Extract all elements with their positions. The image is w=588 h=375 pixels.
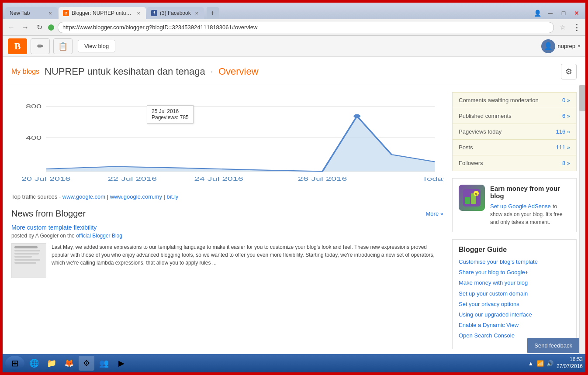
guide-link-domain[interactable]: Set up your custom domain: [459, 290, 570, 298]
guide-link-template[interactable]: Customise your blog's template: [459, 258, 570, 266]
stat-label-followers: Followers: [459, 160, 483, 166]
view-blog-button[interactable]: View blog: [78, 40, 115, 52]
taskbar-clock[interactable]: 16:53 27/07/2016: [557, 356, 583, 370]
stat-label-published-comments: Published comments: [459, 113, 512, 119]
close-button[interactable]: ✕: [571, 9, 583, 17]
stat-value-posts[interactable]: 111 »: [556, 144, 570, 151]
tab-blogger[interactable]: B Blogger: NUPREP untuk k... ✕: [59, 7, 146, 19]
reload-button[interactable]: ↻: [34, 22, 45, 33]
traffic-source-googlemy[interactable]: www.google.com.my: [110, 193, 162, 200]
taskbar-explorer-icon[interactable]: 📁: [44, 356, 59, 371]
volume-icon[interactable]: 🔊: [546, 359, 554, 367]
earn-content: Earn money from your blog Set up Google …: [490, 185, 570, 226]
stat-row-followers: Followers 8 »: [453, 155, 576, 171]
separator: ·: [211, 66, 213, 77]
forward-button[interactable]: →: [20, 22, 31, 33]
tab-facebook-label: (3) Facebook: [160, 10, 191, 16]
tab-facebook[interactable]: f (3) Facebook ✕: [147, 7, 204, 19]
my-blogs-link[interactable]: My blogs: [11, 68, 39, 76]
stat-value-comments-moderation[interactable]: 0 »: [562, 97, 570, 103]
taskbar-media-icon[interactable]: ▶: [114, 356, 129, 371]
taskbar-ie-icon[interactable]: 🌐: [26, 356, 42, 371]
maximize-button[interactable]: □: [557, 9, 570, 17]
ssl-lock-icon: [48, 24, 54, 31]
clock-time: 16:53: [570, 356, 583, 363]
stat-value-pageviews-today[interactable]: 116 »: [556, 128, 570, 135]
stat-label-pageviews-today: Pageviews today: [459, 128, 502, 135]
left-column: 800 400 20 Jul 2016 22 Jul 2016 24 Jul 2…: [11, 92, 443, 347]
guide-link-dynamic-view[interactable]: Enable a Dynamic View: [459, 321, 570, 329]
network-icon[interactable]: 📶: [536, 359, 544, 367]
news-header: News from Blogger More »: [11, 209, 443, 219]
pencil-icon: ✏: [37, 41, 44, 51]
stat-row-pageviews-today: Pageviews today 116 »: [453, 124, 576, 140]
stat-value-followers[interactable]: 8 »: [562, 160, 570, 166]
svg-text:24 Jul 2016: 24 Jul 2016: [194, 176, 243, 182]
main-content: 800 400 20 Jul 2016 22 Jul 2016 24 Jul 2…: [3, 85, 585, 354]
adsense-setup-link[interactable]: Set up Google AdSense: [490, 203, 551, 210]
document-icon: 📋: [58, 41, 68, 51]
svg-text:Today: Today: [422, 176, 443, 182]
stat-row-published-comments: Published comments 6 »: [453, 108, 576, 124]
bookmark-star-icon[interactable]: ☆: [557, 22, 568, 33]
user-name: nuprep: [558, 43, 575, 49]
more-link[interactable]: More »: [426, 210, 443, 217]
scrollbar-track[interactable]: [579, 85, 585, 354]
tab-newtab-label: New Tab: [10, 10, 30, 16]
stats-box: Comments awaiting moderation 0 » Publish…: [452, 92, 577, 171]
windows-logo-icon: ⊞: [11, 358, 19, 368]
new-tab-button[interactable]: +: [207, 7, 219, 19]
tab-facebook-close[interactable]: ✕: [194, 10, 200, 16]
news-item-title[interactable]: More custom template flexibility: [11, 224, 443, 231]
new-post-button[interactable]: ✏: [31, 38, 50, 54]
back-button[interactable]: ←: [6, 22, 17, 33]
news-item-body: Last May, we added some expressions to o…: [11, 243, 443, 278]
traffic-label: Top traffic sources -: [11, 193, 61, 200]
start-button[interactable]: ⊞: [5, 356, 24, 371]
view-posts-button[interactable]: 📋: [53, 38, 73, 54]
stat-row-comments-moderation: Comments awaiting moderation 0 »: [453, 93, 576, 108]
svg-point-6: [353, 114, 360, 118]
svg-marker-5: [46, 116, 435, 172]
guide-title: Blogger Guide: [459, 246, 570, 254]
chrome-menu-button[interactable]: ⋮: [571, 22, 582, 33]
tab-blogger-label: Blogger: NUPREP untuk k...: [72, 10, 133, 16]
address-input[interactable]: [58, 22, 554, 33]
svg-text:26 Jul 2016: 26 Jul 2016: [298, 176, 347, 182]
news-thumbnail: [11, 243, 46, 278]
blogger-favicon: B: [63, 10, 69, 16]
guide-link-privacy[interactable]: Set your privacy options: [459, 300, 570, 308]
taskbar-chrome-icon[interactable]: ⚙: [79, 356, 94, 371]
window-controls: 👤 ─ □ ✕: [531, 9, 583, 19]
taskbar-firefox-icon[interactable]: 🦊: [61, 356, 77, 371]
tab-newtab-close[interactable]: ✕: [47, 10, 53, 16]
clock-date: 27/07/2016: [557, 363, 583, 370]
blogger-blog-link[interactable]: official Blogger Blog: [76, 233, 122, 239]
taskbar-people-icon[interactable]: 👥: [96, 356, 112, 371]
traffic-source-google[interactable]: www.google.com: [62, 193, 105, 200]
tab-blogger-close[interactable]: ✕: [135, 10, 142, 16]
tab-newtab[interactable]: New Tab ✕: [5, 7, 58, 19]
guide-link-googleplus[interactable]: Share your blog to Google+: [459, 268, 570, 276]
scrollbar-thumb[interactable]: [579, 85, 585, 111]
overview-title: Overview: [218, 66, 259, 77]
minimize-button[interactable]: ─: [544, 9, 557, 17]
blogger-home-button[interactable]: B: [8, 38, 27, 54]
stat-value-published-comments[interactable]: 6 »: [562, 113, 570, 119]
guide-link-interface[interactable]: Using our upgraded interface: [459, 311, 570, 319]
send-feedback-button[interactable]: Send feedback: [527, 338, 579, 353]
traffic-source-bitly[interactable]: bit.ly: [167, 193, 179, 200]
guide-link-money[interactable]: Make money with your blog: [459, 279, 570, 287]
address-bar: ← → ↻ ☆ ⋮: [3, 19, 585, 36]
blog-title: NUPREP untuk kesihatan dan tenaga: [45, 66, 205, 77]
user-menu[interactable]: 👤 nuprep ▾: [541, 39, 580, 53]
settings-gear-button[interactable]: ⚙: [561, 64, 577, 79]
traffic-sources: Top traffic sources - www.google.com | w…: [11, 193, 443, 200]
taskbar-right: ▲ 📶 🔊 16:53 27/07/2016: [527, 356, 583, 370]
earn-title: Earn money from your blog: [490, 185, 570, 200]
stat-row-posts: Posts 111 »: [453, 140, 576, 155]
stat-label-posts: Posts: [459, 144, 473, 151]
profile-icon[interactable]: 👤: [531, 9, 543, 17]
svg-text:20 Jul 2016: 20 Jul 2016: [21, 176, 71, 182]
tray-arrow-icon[interactable]: ▲: [527, 359, 535, 367]
